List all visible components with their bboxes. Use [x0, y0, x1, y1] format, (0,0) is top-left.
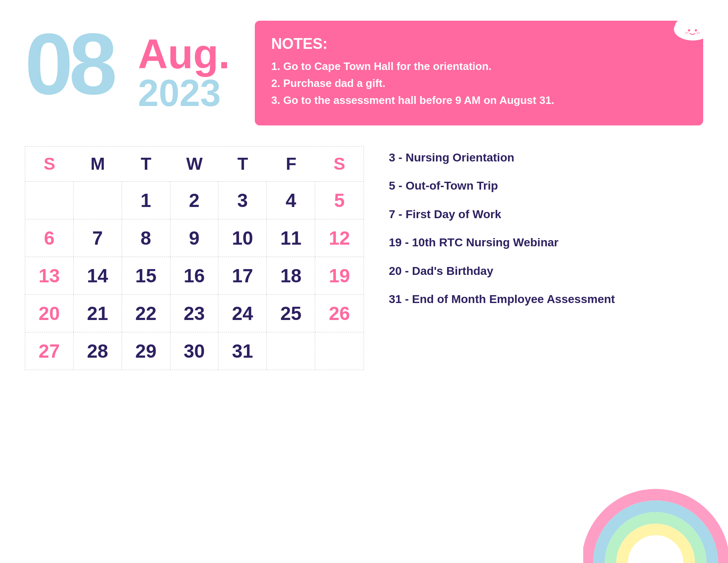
day-header-tue: T — [122, 147, 170, 181]
day-12: 12 — [315, 219, 364, 257]
day-empty — [267, 332, 315, 370]
day-23: 23 — [170, 295, 219, 332]
day-empty — [74, 182, 122, 219]
day-10: 10 — [218, 219, 267, 257]
week-row-2: 6 7 8 9 10 11 12 — [25, 219, 364, 257]
svg-point-5 — [695, 29, 697, 31]
event-1: 3 - Nursing Orientation — [389, 150, 703, 165]
header: 08 Aug. 2023 NOTES: 1. Go to Ca — [0, 0, 728, 125]
day-25: 25 — [267, 295, 315, 332]
day-6: 6 — [25, 219, 74, 257]
day-9: 9 — [170, 219, 219, 257]
day-22: 22 — [122, 295, 170, 332]
notes-list: 1. Go to Cape Town Hall for the orientat… — [271, 60, 687, 107]
day-empty — [25, 182, 74, 219]
day-26: 26 — [315, 295, 364, 332]
rainbow-decoration — [583, 460, 728, 563]
day-11: 11 — [267, 219, 315, 257]
day-7: 7 — [74, 219, 122, 257]
day-20: 20 — [25, 295, 74, 332]
week-row-1: 1 2 3 4 5 — [25, 182, 364, 219]
day-14: 14 — [74, 257, 122, 294]
note-item-1: 1. Go to Cape Town Hall for the orientat… — [271, 60, 687, 73]
day-29: 29 — [122, 332, 170, 370]
day-24: 24 — [218, 295, 267, 332]
events-sidebar: 3 - Nursing Orientation 5 - Out-of-Town … — [389, 146, 703, 370]
event-2: 5 - Out-of-Town Trip — [389, 178, 703, 193]
day-31: 31 — [218, 332, 267, 370]
event-5: 20 - Dad's Birthday — [389, 264, 703, 279]
month-year: Aug. 2023 — [138, 21, 230, 112]
day-header-fri: F — [267, 147, 315, 181]
calendar-container: S M T W T F S 1 2 3 4 5 6 7 — [25, 146, 364, 370]
day-header-thu: T — [218, 147, 267, 181]
event-6: 31 - End of Month Employee Assessment — [389, 292, 703, 307]
day-header-mon: M — [74, 147, 122, 181]
day-30: 30 — [170, 332, 219, 370]
note-item-2: 2. Purchase dad a gift. — [271, 77, 687, 90]
day-header-sat: S — [315, 147, 364, 181]
event-4: 19 - 10th RTC Nursing Webinar — [389, 235, 703, 250]
svg-point-7 — [696, 32, 700, 34]
day-empty — [315, 332, 364, 370]
svg-point-3 — [682, 14, 702, 31]
day-19: 19 — [315, 257, 364, 294]
year: 2023 — [138, 75, 230, 112]
day-1: 1 — [122, 182, 170, 219]
day-18: 18 — [267, 257, 315, 294]
calendar-header-row: S M T W T F S — [25, 147, 364, 182]
day-4: 4 — [267, 182, 315, 219]
month-name: Aug. — [138, 33, 230, 75]
day-15: 15 — [122, 257, 170, 294]
day-header-sun: S — [25, 147, 74, 181]
svg-point-4 — [688, 29, 690, 31]
week-row-3: 13 14 15 16 17 18 19 — [25, 257, 364, 295]
day-21: 21 — [74, 295, 122, 332]
day-27: 27 — [25, 332, 74, 370]
notes-title: NOTES: — [271, 35, 687, 53]
note-item-3: 3. Go to the assessment hall before 9 AM… — [271, 94, 687, 107]
day-2: 2 — [170, 182, 219, 219]
day-16: 16 — [170, 257, 219, 294]
notes-box: NOTES: 1. Go to Cape Town Hall for the o… — [255, 21, 703, 125]
calendar-grid: S M T W T F S 1 2 3 4 5 6 7 — [25, 146, 364, 370]
day-28: 28 — [74, 332, 122, 370]
day-17: 17 — [218, 257, 267, 294]
week-row-4: 20 21 22 23 24 25 26 — [25, 295, 364, 332]
event-3: 7 - First Day of Work — [389, 207, 703, 222]
day-8: 8 — [122, 219, 170, 257]
day-3: 3 — [218, 182, 267, 219]
calendar-section: S M T W T F S 1 2 3 4 5 6 7 — [0, 125, 728, 370]
week-row-5: 27 28 29 30 31 — [25, 332, 364, 370]
svg-point-6 — [685, 32, 689, 34]
day-13: 13 — [25, 257, 74, 294]
day-header-wed: W — [170, 147, 219, 181]
month-number: 08 — [25, 21, 113, 108]
cloud-decoration — [670, 8, 716, 41]
day-5: 5 — [315, 182, 364, 219]
